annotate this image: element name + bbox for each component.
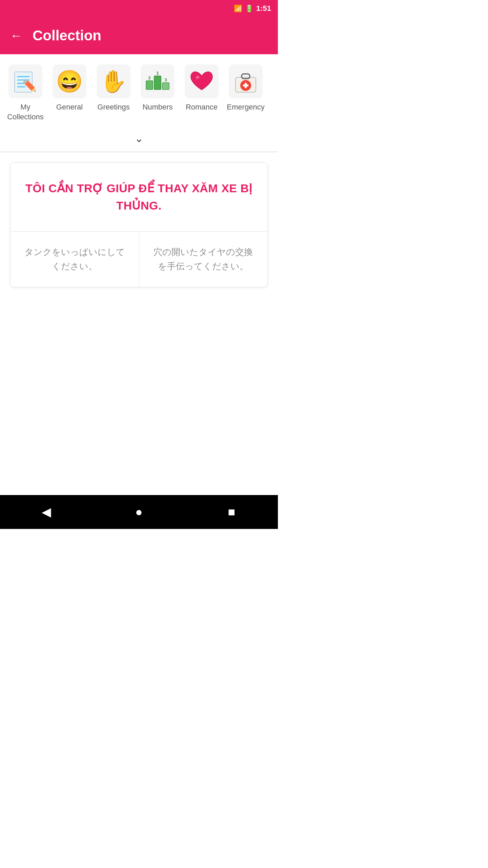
category-item-romance[interactable]: Romance [180,64,224,112]
category-item-greetings[interactable]: ✋ Greetings [92,64,136,112]
chevron-down-icon[interactable]: ⌄ [135,132,144,145]
face-icon: 😄 [56,69,83,94]
category-icon-greetings: ✋ [97,64,130,98]
category-label-numbers: Numbers [142,102,172,112]
svg-text:2: 2 [148,75,150,80]
heart-icon [188,68,215,95]
nav-home-button[interactable]: ● [125,498,152,526]
status-time: 1:51 [256,4,271,13]
category-label-my-collections: My Collections [3,102,47,122]
medkit-icon [232,68,259,95]
translation-item-2[interactable]: 穴の開いたタイヤの交換を手伝ってください。 [139,232,268,287]
translation-item-1[interactable]: タンクをいっぱいにしてください。 [11,232,139,287]
category-item-my-collections[interactable]: My Collections [3,64,47,122]
nav-bar: ◀ ● ■ [0,495,278,529]
status-bar: 📶 🔋 1:51 [0,0,278,17]
translations-container: タンクをいっぱいにしてください。 穴の開いたタイヤの交換を手伝ってください。 [11,232,267,287]
svg-text:3: 3 [164,77,167,82]
svg-text:1: 1 [156,71,159,76]
translation-text-1: タンクをいっぱいにしてください。 [21,245,129,273]
status-icons: 📶 🔋 1:51 [234,4,271,13]
category-icon-emergency [229,64,263,98]
category-icon-general: 😄 [53,64,86,98]
chevron-row: ⌄ [0,129,278,152]
svg-rect-20 [243,84,248,86]
category-icon-my-collections [8,64,42,98]
pencil-notepad-icon [12,68,39,95]
app-bar-title: Collection [33,27,101,44]
signal-icon: 📶 [234,4,242,13]
back-button[interactable]: ← [10,28,22,43]
svg-rect-9 [146,81,153,90]
category-icon-romance [185,64,219,98]
category-item-numbers[interactable]: 2 1 3 Numbers [136,64,180,112]
svg-rect-10 [154,76,161,90]
app-bar: ← Collection [0,17,278,54]
svg-rect-11 [162,83,169,90]
main-phrase-container: TÔI CẦN TRỢ GIÚP ĐỂ THAY XĂM XE BỊ THỦNG… [11,163,267,232]
nav-recents-button[interactable]: ■ [218,498,245,526]
category-label-romance: Romance [186,102,218,112]
category-label-emergency: Emergency [227,102,264,112]
category-icon-numbers: 2 1 3 [141,64,175,98]
phrase-card: TÔI CẦN TRỢ GIÚP ĐỂ THAY XĂM XE BỊ THỦNG… [10,162,268,287]
battery-icon: 🔋 [245,4,253,13]
svg-line-8 [35,91,36,92]
numbers-icon: 2 1 3 [144,68,171,95]
category-label-greetings: Greetings [97,102,129,112]
nav-back-button[interactable]: ◀ [33,498,60,526]
category-item-emergency[interactable]: Emergency [224,64,268,112]
section-divider [0,152,278,152]
main-phrase-text: TÔI CẦN TRỢ GIÚP ĐỂ THAY XĂM XE BỊ THỦNG… [24,180,254,214]
category-item-general[interactable]: 😄 General [47,64,92,112]
category-label-general: General [56,102,83,112]
translation-text-2: 穴の開いたタイヤの交換を手伝ってください。 [149,245,258,273]
category-row: My Collections 😄 General ✋ Greetings 2 1… [0,54,278,129]
hand-icon: ✋ [100,69,127,94]
